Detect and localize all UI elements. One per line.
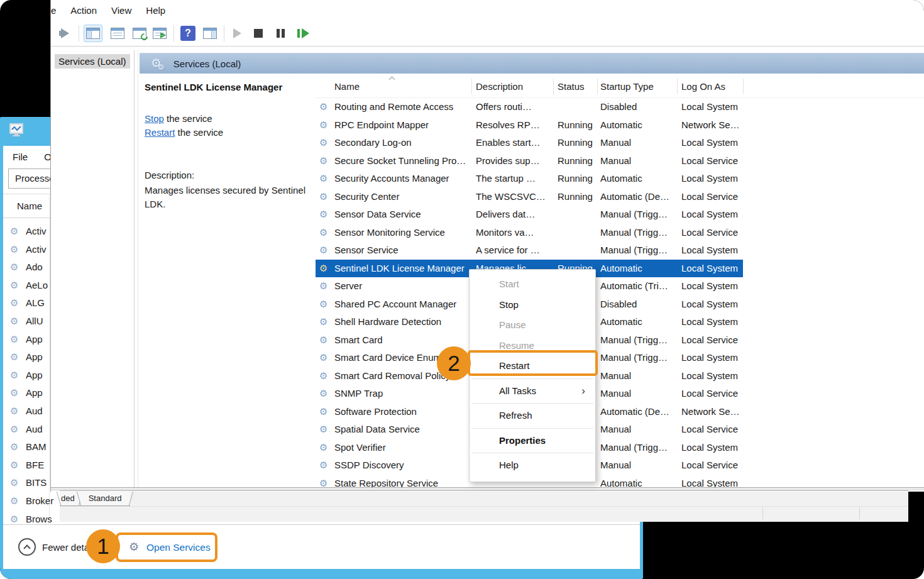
cell-description: Monitors va… [476,224,551,242]
table-row[interactable]: Software Protection Automatic (De… Netwo… [316,403,924,421]
tree-item-services-local[interactable]: Services (Local) [55,54,130,69]
column-divider[interactable] [677,79,678,94]
cell-description: The WSCSVC… [476,188,551,206]
menu-item-label: Start [499,278,519,289]
table-row[interactable]: Spot Verifier Manual (Trigg… Local Syste… [316,439,924,457]
column-header-logon[interactable]: Log On As [681,75,725,98]
context-menu-entry[interactable]: Help [470,455,595,476]
stop-service-button[interactable] [249,25,268,42]
cell-name: Software Protection [334,403,469,421]
service-name-fragment: AeLo [26,277,48,295]
service-gear-icon [319,245,327,256]
cell-log-on-as: Network Se… [681,116,742,135]
context-menu-entry[interactable]: Start [470,274,595,295]
service-gear-icon [319,209,327,220]
cell-name: SNMP Trap [334,385,469,403]
context-menu-entry[interactable] [470,403,595,404]
column-divider[interactable] [471,79,472,94]
start-service-button[interactable] [229,25,248,42]
menu-item[interactable]: Help [146,5,165,16]
stop-service-link[interactable]: Stop [145,113,164,124]
service-gear-icon [319,370,327,382]
context-menu-entry[interactable]: Stop [470,295,595,316]
table-row[interactable]: Spatial Data Service Manual Local Servic… [316,421,924,439]
context-menu-entry[interactable] [470,453,595,453]
properties-dialog-button[interactable] [108,25,127,42]
service-name-fragment: Ado [26,258,43,277]
table-row[interactable]: State Repository Service Automatic Local… [316,475,924,488]
menu-item[interactable]: Action [70,5,97,16]
table-row[interactable]: Sensor Data Service Delivers dat… Manual… [316,206,924,224]
menu-item[interactable]: e [51,5,56,16]
cell-description: A service for … [476,241,551,260]
service-gear-icon [319,101,327,113]
restart-service-link[interactable]: Restart [145,127,175,138]
column-header-status[interactable]: Status [558,75,585,98]
context-menu-entry[interactable]: Properties [470,431,595,451]
task-manager-icon [8,123,25,139]
table-row[interactable]: Routing and Remote Access Offers routi… … [316,98,924,116]
export-list-button[interactable] [150,25,169,42]
menu-item[interactable]: File [13,152,28,162]
table-row[interactable]: Sensor Monitoring Service Monitors va… M… [316,224,924,242]
context-menu-entry[interactable] [470,428,595,429]
table-row[interactable]: Server Automatic (Tri… Local System [316,277,924,295]
column-header-name[interactable]: Name [334,75,360,98]
service-gear-icon [10,244,18,255]
service-name-fragment: Aud [26,421,43,439]
cell-name: Server [334,277,469,295]
status-bar-segment-divider [859,507,860,519]
table-row[interactable]: Security Center The WSCSVC… Running Auto… [316,188,924,206]
service-gear-icon [319,191,327,202]
table-row[interactable]: Sensor Service A service for … Manual (T… [316,241,924,260]
table-row[interactable]: SNMP Trap Manual Local Service [316,385,924,403]
column-divider[interactable] [553,79,554,94]
cell-status: Running [558,116,595,135]
table-row[interactable]: Shared PC Account Manager Disabled Local… [316,295,924,314]
table-row[interactable]: SSDP Discovery Manual Local Service [316,456,924,475]
column-header-startup[interactable]: Startup Type [600,75,654,98]
table-row[interactable]: Secure Socket Tunneling Pro… Provides su… [316,152,924,170]
pause-service-button[interactable] [271,25,290,42]
context-menu-entry[interactable] [470,378,595,379]
table-row[interactable]: Smart Card Device Enum Manual (Trigg… Lo… [316,349,924,367]
service-gear-icon [10,262,18,273]
table-row[interactable]: Sentinel LDK License Manager Manages lic… [316,260,924,278]
cell-status: Running [558,134,595,152]
table-row[interactable]: RPC Endpoint Mapper Resolves RP… Running… [316,116,924,135]
cell-log-on-as: Local System [681,260,742,278]
cell-log-on-as: Local System [681,295,742,314]
toolbar-separator [224,25,224,41]
help-button[interactable] [179,25,197,42]
chevron-up-icon [23,544,30,551]
restart-service-button[interactable] [293,25,314,42]
menu-item[interactable]: View [111,5,131,16]
context-menu-entry[interactable]: Pause [470,315,595,336]
context-menu-entry[interactable]: Refresh [470,405,595,426]
forward-arrow-icon[interactable] [55,25,74,42]
cell-name: Spatial Data Service [334,421,469,439]
table-row[interactable]: Secondary Log-on Enables start… Running … [316,134,924,152]
show-action-pane-button[interactable] [201,25,219,42]
fewer-details-chevron-icon[interactable] [18,538,36,556]
show-console-tree-button[interactable] [84,25,102,42]
table-row[interactable]: Security Accounts Manager The startup … … [316,170,924,188]
service-gear-icon [319,299,327,310]
column-header-name[interactable]: Name [17,195,42,218]
table-row[interactable]: Smart Card Manual (Trigg… Local Service [316,331,924,350]
cell-log-on-as: Local System [681,277,742,295]
cell-startup-type: Manual [600,421,675,439]
table-row[interactable]: Shell Hardware Detection Automatic Local… [316,313,924,331]
console-status-strip: dedStandard [60,490,908,522]
column-divider[interactable] [597,79,598,94]
table-row[interactable]: Smart Card Removal Policy Manual Local S… [316,367,924,385]
refresh-button[interactable] [130,25,149,42]
service-gear-icon [10,441,18,453]
cell-log-on-as: Local System [681,134,742,152]
column-header-description[interactable]: Description [476,75,523,98]
column-divider[interactable] [743,79,744,94]
view-tab[interactable]: Standard [80,492,131,506]
cell-startup-type: Automatic [600,170,675,188]
context-menu-entry[interactable]: All Tasks › [470,381,595,402]
service-gear-icon [10,424,18,435]
